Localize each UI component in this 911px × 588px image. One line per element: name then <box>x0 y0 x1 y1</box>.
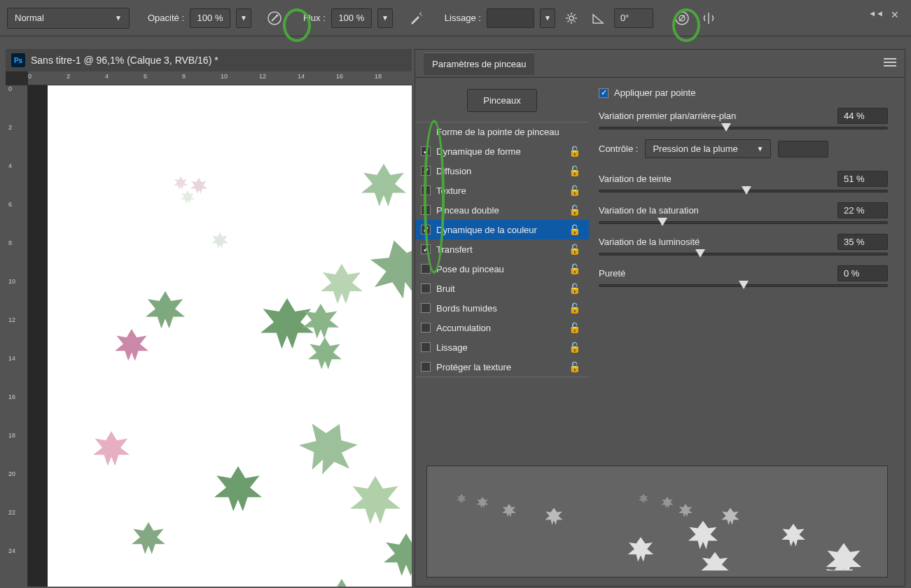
brightness-label: Variation de la luminosité <box>599 237 700 247</box>
brush-options-list: Forme de la pointe de pinceauDynamique d… <box>415 122 589 377</box>
brightness-value[interactable]: 35 % <box>837 234 888 250</box>
brush-option-checkbox[interactable] <box>421 342 431 352</box>
lock-icon[interactable]: 🔓 <box>569 342 580 353</box>
ruler-tick: 16 <box>336 73 343 80</box>
brush-option-row[interactable]: Protéger la texture🔓 <box>415 357 589 377</box>
lock-icon[interactable]: 🔓 <box>569 185 580 196</box>
lock-icon[interactable]: 🔓 <box>569 146 580 157</box>
lock-icon[interactable]: 🔓 <box>569 204 580 216</box>
apply-per-tip-label: Appliquer par pointe <box>614 88 695 98</box>
brush-option-row[interactable]: Lissage🔓 <box>415 337 589 357</box>
purity-slider[interactable] <box>599 284 888 287</box>
airbrush-icon[interactable] <box>405 8 426 29</box>
gear-icon[interactable] <box>561 8 582 29</box>
pressure-opacity-icon[interactable] <box>264 8 285 29</box>
flux-dropdown[interactable]: ▼ <box>377 8 393 28</box>
lock-icon[interactable]: 🔓 <box>569 165 580 176</box>
saturation-label: Variation de la saturation <box>599 205 699 216</box>
blend-mode-select[interactable]: Normal ▼ <box>7 8 130 29</box>
brush-option-checkbox[interactable] <box>421 284 431 293</box>
panel-collapse-icon[interactable]: ◄◄ <box>868 9 884 18</box>
canvas-area[interactable] <box>28 85 412 587</box>
lock-icon[interactable]: 🔓 <box>569 263 580 274</box>
apply-per-tip-checkbox[interactable] <box>599 88 609 98</box>
brush-option-row[interactable]: Dynamique de la couleur🔓 <box>415 220 589 239</box>
lock-icon[interactable]: 🔓 <box>569 322 580 333</box>
brush-option-checkbox[interactable] <box>421 264 431 274</box>
brightness-jitter-group: Variation de la luminosité 35 % <box>599 234 888 255</box>
lock-icon[interactable]: 🔓 <box>569 283 580 294</box>
brushes-button[interactable]: Pinceaux <box>467 89 537 112</box>
fg-bg-value[interactable]: 44 % <box>837 108 888 124</box>
brush-option-row[interactable]: Accumulation🔓 <box>415 318 589 337</box>
saturation-value[interactable]: 22 % <box>837 202 888 218</box>
purity-group: Pureté 0 % <box>599 265 888 287</box>
brush-option-row[interactable]: Diffusion🔓 <box>415 161 589 181</box>
brush-option-row[interactable]: Bords humides🔓 <box>415 298 589 318</box>
ruler-tick: 12 <box>259 73 266 80</box>
brush-option-checkbox[interactable] <box>421 205 431 215</box>
ruler-tick: 12 <box>8 316 15 323</box>
brush-option-checkbox[interactable] <box>421 166 431 176</box>
brush-option-row[interactable]: Texture🔓 <box>415 181 589 200</box>
brush-option-row[interactable]: Transfert🔓 <box>415 239 589 259</box>
brush-option-checkbox[interactable] <box>421 186 431 195</box>
pressure-size-icon[interactable] <box>672 8 693 29</box>
smoothing-value[interactable] <box>487 8 534 28</box>
brush-option-row[interactable]: Bruit🔓 <box>415 279 589 298</box>
brush-preview <box>426 465 888 578</box>
brush-option-checkbox[interactable] <box>421 303 431 313</box>
brush-option-checkbox[interactable] <box>421 146 431 156</box>
brush-option-label: Bords humides <box>436 303 563 314</box>
brush-option-checkbox[interactable] <box>421 362 431 372</box>
document-title: Sans titre-1 @ 96,1% (Calque 3, RVB/16) … <box>31 55 218 66</box>
purity-value[interactable]: 0 % <box>837 265 888 281</box>
control-select[interactable]: Pression de la plume ▼ <box>645 139 771 158</box>
ruler-tick: 2 <box>67 73 70 80</box>
brush-option-checkbox[interactable] <box>421 323 431 332</box>
ruler-tick: 18 <box>8 432 15 439</box>
panel-close-icon[interactable]: ✕ <box>891 9 899 20</box>
brush-option-label: Dynamique de la couleur <box>436 225 563 235</box>
flux-value[interactable]: 100 % <box>331 8 372 28</box>
lock-icon[interactable]: 🔓 <box>569 361 580 372</box>
lock-icon[interactable]: 🔓 <box>569 244 580 255</box>
brush-option-checkbox[interactable] <box>421 225 431 234</box>
smoothing-dropdown[interactable]: ▼ <box>540 8 555 28</box>
canvas[interactable] <box>48 85 412 587</box>
panel-tab[interactable]: Paramètres de pinceau <box>424 52 534 75</box>
hue-value[interactable]: 51 % <box>837 171 888 187</box>
control-row: Contrôle : Pression de la plume ▼ <box>599 139 888 158</box>
angle-value[interactable]: 0° <box>614 8 653 28</box>
ruler-tick: 8 <box>182 73 186 80</box>
brush-option-checkbox[interactable] <box>421 244 431 254</box>
brush-option-row[interactable]: Dynamique de forme🔓 <box>415 141 589 161</box>
fg-bg-slider[interactable] <box>599 127 888 130</box>
ruler-tick: 8 <box>8 239 12 246</box>
brush-option-row[interactable]: Pinceau double🔓 <box>415 200 589 220</box>
panel-menu-icon[interactable] <box>884 57 896 69</box>
symmetry-icon[interactable] <box>698 8 719 29</box>
saturation-slider[interactable] <box>599 221 888 224</box>
fg-bg-label: Variation premier plan/arrière-plan <box>599 111 736 121</box>
angle-icon[interactable] <box>587 8 609 29</box>
opacity-dropdown[interactable]: ▼ <box>236 8 251 28</box>
svg-point-1 <box>277 14 279 16</box>
brightness-slider[interactable] <box>599 253 888 255</box>
fg-bg-jitter-group: Variation premier plan/arrière-plan 44 % <box>599 108 888 130</box>
purity-label: Pureté <box>599 268 625 279</box>
brush-option-label: Texture <box>436 186 563 196</box>
ruler-tick: 14 <box>8 355 15 362</box>
brush-option-row[interactable]: Forme de la pointe de pinceau <box>415 122 589 141</box>
apply-per-tip-row[interactable]: Appliquer par pointe <box>599 88 888 98</box>
ruler-horizontal: 024681012141618 <box>28 71 412 85</box>
ruler-vertical: 024681012141618202224 <box>6 85 28 587</box>
svg-point-4 <box>420 12 422 13</box>
brush-option-label: Diffusion <box>436 166 563 176</box>
svg-point-5 <box>569 16 573 20</box>
hue-slider[interactable] <box>599 190 888 192</box>
lock-icon[interactable]: 🔓 <box>569 302 580 314</box>
brush-option-row[interactable]: Pose du pinceau🔓 <box>415 259 589 279</box>
lock-icon[interactable]: 🔓 <box>569 224 580 235</box>
opacity-value[interactable]: 100 % <box>190 8 230 28</box>
